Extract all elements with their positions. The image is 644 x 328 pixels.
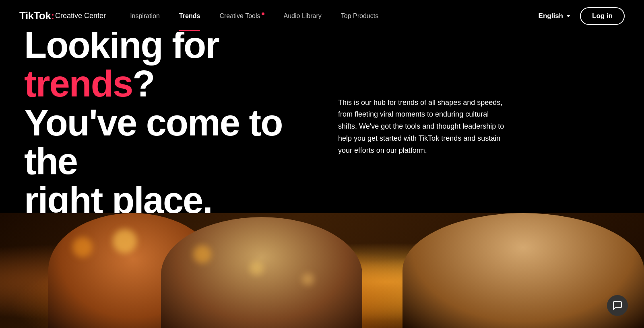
chat-icon — [612, 300, 623, 311]
navbar: TikTok: Creative Center Inspiration Tren… — [0, 0, 644, 32]
nav-links: Inspiration Trends Creative Tools Audio … — [130, 12, 538, 20]
chevron-down-icon — [566, 15, 570, 17]
nav-link-inspiration[interactable]: Inspiration — [130, 12, 160, 20]
hero-headline: Looking for trends? You've come to the r… — [24, 26, 306, 220]
logo-tiktok-text: TikTok — [19, 10, 51, 22]
bokeh-light-2 — [193, 245, 211, 263]
hero-section: Looking for trends? You've come to the r… — [0, 32, 644, 213]
hero-headline-part2: ? — [132, 63, 154, 104]
logo-colon: : — [51, 10, 54, 22]
person-right — [402, 213, 644, 328]
creative-tools-dot — [262, 12, 264, 15]
nav-right: English Log in — [539, 7, 625, 25]
bokeh-light-4 — [72, 237, 93, 257]
chat-support-button[interactable] — [607, 295, 628, 316]
login-button[interactable]: Log in — [580, 7, 625, 25]
hero-right: This is our hub for trends of all shapes… — [306, 89, 620, 156]
nav-link-creative-tools[interactable]: Creative Tools — [219, 12, 264, 20]
language-selector[interactable]: English — [539, 12, 570, 20]
bokeh-light-5 — [302, 273, 314, 285]
bokeh-light-3 — [250, 261, 264, 275]
language-label: English — [539, 12, 563, 20]
site-logo[interactable]: TikTok: Creative Center — [19, 10, 106, 22]
nav-link-trends[interactable]: Trends — [179, 12, 200, 20]
nav-link-top-products[interactable]: Top Products — [341, 12, 378, 20]
hero-headline-line2: You've come to the — [24, 102, 282, 182]
hero-left: Looking for trends? You've come to the r… — [24, 26, 306, 220]
photo-section — [0, 213, 644, 328]
hero-description: This is our hub for trends of all shapes… — [338, 97, 507, 156]
logo-creative-center-text: Creative Center — [55, 12, 106, 20]
nav-link-audio-library[interactable]: Audio Library — [284, 12, 322, 20]
hero-headline-highlight: trends — [24, 63, 132, 104]
bokeh-light-1 — [113, 229, 137, 253]
photo-background — [0, 213, 644, 328]
